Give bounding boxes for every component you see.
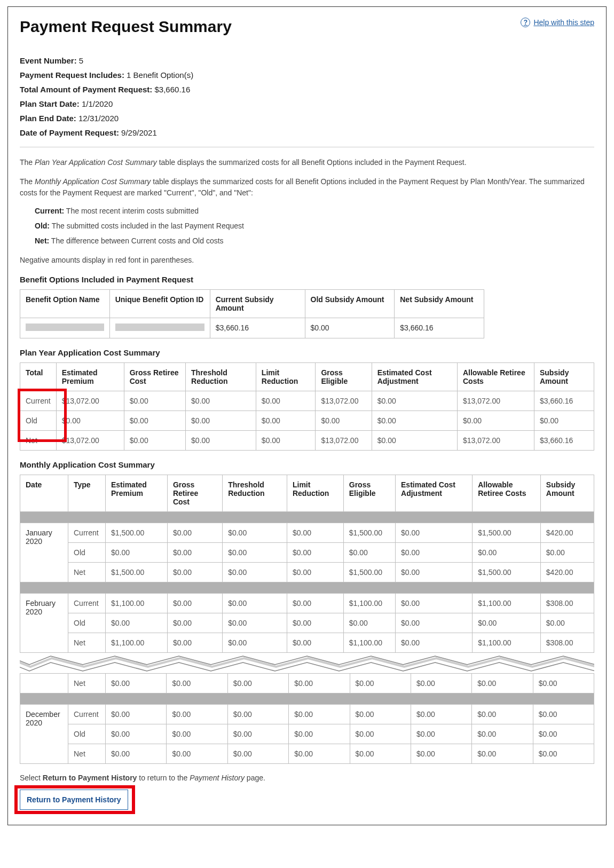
cell-value: $0.00 [396,543,473,563]
table-row: $3,660.16 $0.00 $3,660.16 [20,318,484,338]
month-separator [20,512,594,523]
includes-value: 1 Benefit Option(s) [127,70,193,80]
cell-value: $0.00 [473,613,541,633]
includes-label: Payment Request Includes: [20,70,124,80]
cell-value: $0.00 [167,523,222,543]
benefit-options-table: Benefit Option Name Unique Benefit Optio… [20,289,484,338]
cell-value: $0.00 [472,724,533,744]
cell-value: $0.00 [186,431,256,451]
col-type: Type [68,475,106,512]
cell-value: $13,072.00 [316,391,372,411]
cell-unique-id [109,318,210,338]
redacted-block [26,323,104,331]
cell-date: January 2020 [20,523,68,582]
col-old-subsidy: Old Subsidy Amount [305,290,395,318]
cell-value: $13,072.00 [316,431,372,451]
cell-value: $1,100.00 [343,633,395,653]
cell-value: $13,072.00 [457,431,534,451]
cell-value: $0.00 [473,543,541,563]
cell-value: $0.00 [343,613,395,633]
event-number-label: Event Number: [20,56,77,65]
cell-value: $0.00 [289,705,350,724]
cell-value: $0.00 [227,724,288,744]
col-gross-retiree: Gross Retiree Cost [124,363,185,391]
cell-value: $0.00 [167,674,227,693]
cell-value: $0.00 [372,431,457,451]
cell-value: $0.00 [106,724,167,744]
event-number-value: 5 [79,56,83,65]
table-row: Net$1,500.00$0.00$0.00$0.00$1,500.00$0.0… [20,563,594,582]
table-row: Net$13,072.00$0.00$0.00$0.00$13,072.00$0… [20,431,594,451]
cell-value: $0.00 [396,563,473,582]
cell-benefit-name [20,318,110,338]
cell-value: $3,660.16 [534,391,594,411]
col-total: Total [20,363,57,391]
description-para-1: The Plan Year Application Cost Summary t… [20,157,594,168]
col-est-premium: Estimated Premium [106,475,168,512]
includes-row: Payment Request Includes: 1 Benefit Opti… [20,70,594,80]
table-row: February 2020Current$1,100.00$0.00$0.00$… [20,594,594,613]
table-row: Current$13,072.00$0.00$0.00$0.00$13,072.… [20,391,594,411]
help-link[interactable]: ? Help with this step [521,18,594,27]
date-req-row: Date of Payment Request: 9/29/2021 [20,128,594,137]
cell-label: Net [20,431,57,451]
return-to-payment-history-button[interactable]: Return to Payment History [20,790,128,810]
table-row: Old$0.00$0.00$0.00$0.00$0.00$0.00$0.00$0… [20,613,594,633]
col-benefit-name: Benefit Option Name [20,290,110,318]
col-subsidy: Subsidy Amount [540,475,594,512]
cell-old-subsidy: $0.00 [305,318,395,338]
help-link-label: Help with this step [533,18,594,27]
cell-type: Current [68,523,106,543]
cell-value: $0.00 [124,431,185,451]
cell-value: $13,072.00 [457,391,534,411]
cell-value: $0.00 [167,594,222,613]
cell-value: $0.00 [289,744,350,764]
cell-value: $0.00 [167,543,222,563]
cell-value: $0.00 [350,674,411,693]
cell-value: $0.00 [316,411,372,431]
cell-value: $0.00 [540,543,594,563]
cell-value: $0.00 [533,705,594,724]
cell-value: $0.00 [223,523,287,543]
summary-block: Event Number: 5 Payment Request Includes… [20,56,594,137]
cell-value: $0.00 [411,674,471,693]
benefit-options-heading: Benefit Options Included in Payment Requ… [20,275,594,284]
cell-net-subsidy: $3,660.16 [395,318,484,338]
definitions-list: Current: The most recent interim costs s… [35,207,594,245]
cell-value: $0.00 [106,744,167,764]
month-separator [20,693,594,705]
cell-value: $0.00 [533,724,594,744]
col-date: Date [20,475,68,512]
table-row: Net$0.00$0.00$0.00$0.00$0.00$0.00$0.00$0… [20,674,594,693]
cell-value: $1,500.00 [106,563,168,582]
plan-start-row: Plan Start Date: 1/1/2020 [20,99,594,108]
cell-value: $0.00 [223,563,287,582]
cell-value: $0.00 [457,411,534,431]
plan-year-heading: Plan Year Application Cost Summary [20,348,594,357]
cell-date: February 2020 [20,594,68,653]
col-threshold: Threshold Reduction [223,475,287,512]
cell-label: Old [20,411,57,431]
col-gross-eligible: Gross Eligible [316,363,372,391]
cell-date: December 2020 [20,705,68,764]
date-req-value: 9/29/2021 [121,128,157,137]
total-row: Total Amount of Payment Request: $3,660.… [20,85,594,94]
cell-value: $1,500.00 [473,523,541,543]
cell-value: $0.00 [223,613,287,633]
cell-value: $0.00 [472,674,533,693]
cell-value: $0.00 [533,674,594,693]
table-row: Net$1,100.00$0.00$0.00$0.00$1,100.00$0.0… [20,633,594,653]
monthly-table-bottom: Net$0.00$0.00$0.00$0.00$0.00$0.00$0.00$0… [20,673,594,764]
cell-value: $1,100.00 [106,633,168,653]
col-est-cost-adj: Estimated Cost Adjustment [372,363,457,391]
cell-type: Old [68,724,106,744]
cell-type: Current [68,705,106,724]
cell-value: $0.00 [287,543,343,563]
cell-value: $0.00 [287,633,343,653]
total-value: $3,660.16 [155,85,191,94]
col-net-subsidy: Net Subsidy Amount [395,290,484,318]
cell-value: $0.00 [256,391,316,411]
question-circle-icon: ? [521,18,530,27]
description-para-2: The Monthly Application Cost Summary tab… [20,176,594,198]
cell-label: Current [20,391,57,411]
